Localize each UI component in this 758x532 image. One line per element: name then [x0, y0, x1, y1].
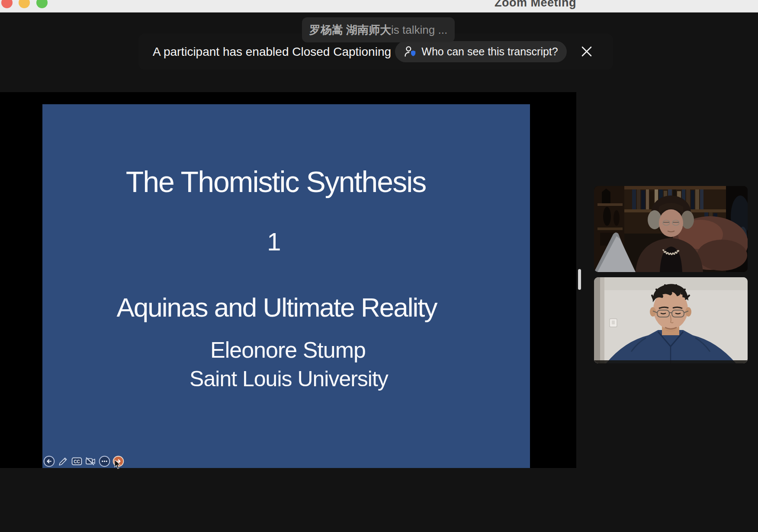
active-speaker-name: 罗杨嵩 湖南师大 — [309, 22, 391, 38]
transcript-button-label: Who can see this transcript? — [421, 45, 558, 58]
is-talking-label: is talking ... — [391, 23, 447, 37]
annotate-pencil-icon[interactable] — [57, 455, 69, 467]
presenter-toolbar: CC — [43, 455, 124, 468]
active-speaker-toast: 罗杨嵩 湖南师大 is talking ... — [302, 17, 455, 42]
zoom-window-icon[interactable] — [36, 0, 48, 8]
scrollbar-thumb[interactable] — [578, 269, 581, 290]
shared-screen-viewport: The Thomistic Synthesis 1 Aquinas and Ul… — [0, 92, 576, 468]
minimize-window-icon[interactable] — [19, 0, 30, 8]
window-title: Zoom Meeting — [495, 0, 576, 10]
svg-text:CC: CC — [74, 459, 80, 464]
slide-subtitle: Aquinas and Ultimate Reality — [33, 292, 520, 323]
closed-captions-icon[interactable]: CC — [71, 455, 83, 467]
previous-slide-icon[interactable] — [43, 455, 55, 467]
close-window-icon[interactable] — [1, 0, 13, 8]
participant-video-speaker[interactable] — [594, 186, 748, 272]
presentation-slide: The Thomistic Synthesis 1 Aquinas and Ul… — [42, 104, 530, 468]
who-can-see-transcript-button[interactable]: Who can see this transcript? — [395, 41, 567, 62]
person-shield-icon — [404, 45, 417, 58]
stop-video-icon[interactable] — [85, 455, 96, 467]
more-options-icon[interactable] — [99, 455, 110, 467]
participant-video-host[interactable] — [594, 277, 748, 363]
slide-title: The Thomistic Synthesis — [32, 165, 520, 199]
slide-affiliation: Saint Louis University — [45, 366, 533, 391]
slide-number: 1 — [30, 227, 518, 256]
titlebar: Zoom Meeting — [0, 0, 758, 13]
slide-author: Eleonore Stump — [44, 337, 532, 363]
banner-close-button[interactable] — [579, 44, 594, 59]
remote-mouse-cursor — [113, 460, 122, 469]
close-icon — [579, 44, 594, 59]
